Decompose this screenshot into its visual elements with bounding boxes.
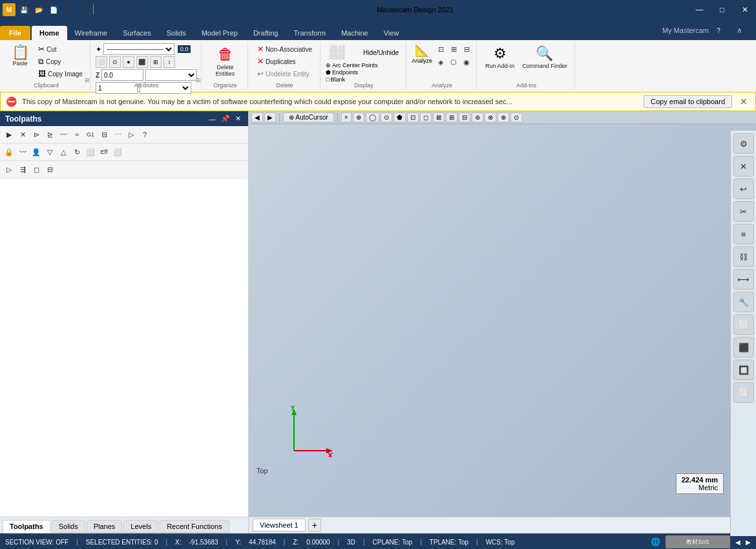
analyze-btn-4[interactable]: ◈ (435, 56, 446, 68)
vp-snap-btn7[interactable]: ◻ (420, 113, 432, 122)
attr-icon-4[interactable]: ⬛ (136, 56, 148, 68)
vp-snap-btn8[interactable]: ⊠ (433, 113, 445, 122)
attr-icon-6[interactable]: ↕ (163, 56, 175, 68)
duplicates-button[interactable]: ✕ Duplicates (254, 56, 315, 67)
vp-snap-btn4[interactable]: ⊙ (381, 113, 392, 122)
undo-more[interactable]: ▼ (127, 3, 140, 16)
num-input[interactable] (96, 82, 138, 94)
autocursor-button[interactable]: ⊕ AutoCursor (283, 113, 334, 122)
blank-label[interactable]: Blank (330, 76, 345, 83)
vp-rs-btn-settings[interactable]: ⚙ (733, 133, 754, 154)
vp-snap-btn5[interactable]: ⬟ (394, 113, 406, 122)
tp-btn-lock[interactable]: 🔒 (3, 145, 16, 158)
new-button[interactable]: 📄 (47, 3, 60, 16)
run-addin-button[interactable]: ⚙ Run Add-In (482, 43, 518, 71)
status-scroll-right[interactable]: ▶ (746, 539, 751, 546)
analyze-btn-1[interactable]: ⊡ (435, 43, 446, 55)
vp-rs-btn-square4[interactable]: ⬜ (733, 382, 754, 403)
tp-btn-deselect[interactable]: ✕ (16, 128, 29, 141)
vp-rs-btn-arrows[interactable]: ⟷ (733, 269, 754, 290)
open-button[interactable]: 📂 (32, 3, 45, 16)
tab-file[interactable]: File (0, 26, 30, 40)
analyze-btn-6[interactable]: ◉ (461, 56, 472, 68)
vp-snap-btn11[interactable]: ⊛ (472, 113, 483, 122)
tp-btn-text[interactable]: Eff (98, 145, 110, 158)
tab-drafting[interactable]: Drafting (246, 26, 286, 40)
save-button[interactable]: 💾 (17, 3, 30, 16)
close-button[interactable]: ✕ (733, 0, 756, 19)
vp-snap-btn9[interactable]: ⊞ (446, 113, 457, 122)
tp-btn-run[interactable]: ▷ (125, 128, 138, 141)
tab-toolpaths[interactable]: Toolpaths (3, 520, 50, 533)
tp-btn-more3[interactable]: ◻ (30, 163, 43, 176)
tab-home[interactable]: Home (32, 26, 67, 40)
vp-back-button[interactable]: ◀ (251, 113, 263, 122)
copy-button[interactable]: ⧉ Copy (35, 56, 86, 67)
analyze-btn-3[interactable]: ⊟ (461, 43, 472, 55)
toolpaths-minimize-button[interactable]: — (207, 114, 218, 124)
my-mastercam-link[interactable]: My Mastercam (662, 27, 709, 34)
vp-rs-btn-close[interactable]: ✕ (733, 156, 754, 177)
depth-select[interactable] (145, 69, 197, 81)
vp-rs-btn-square1[interactable]: ⬜ (733, 314, 754, 335)
attributes-expand[interactable]: ⊞ (196, 77, 201, 83)
vp-rs-btn-scissors[interactable]: ✂ (733, 201, 754, 222)
vp-rs-btn-square2[interactable]: ⬛ (733, 337, 754, 358)
tp-btn-path[interactable]: ⊟ (98, 128, 110, 141)
status-globe-button[interactable]: 🌐 (651, 537, 660, 546)
toolpaths-pin-button[interactable]: 📌 (219, 114, 232, 124)
command-finder-button[interactable]: 🔍 Command Finder (519, 43, 571, 71)
tp-btn-more2[interactable]: ⇶ (16, 163, 29, 176)
vp-rs-btn-tool[interactable]: 🔧 (733, 292, 754, 312)
tab-recent[interactable]: Recent Functions (160, 520, 229, 533)
undelete-button[interactable]: ↩ Undelete Entity (254, 68, 315, 80)
print-button[interactable]: 🖨 (62, 3, 75, 16)
tp-btn-sync[interactable]: ⬜ (84, 145, 97, 158)
vp-snap-btn6[interactable]: ⊡ (407, 113, 419, 122)
vp-snap-btn10[interactable]: ⊟ (459, 113, 470, 122)
z-input[interactable] (101, 69, 143, 81)
copy-image-button[interactable]: 🖼 Copy Image (35, 68, 86, 80)
tab-surfaces[interactable]: Surfaces (115, 26, 158, 40)
analyze-btn-5[interactable]: ⬡ (448, 56, 459, 68)
vp-rs-btn-rotate[interactable]: ↩ (733, 178, 754, 199)
maximize-button[interactable]: □ (711, 0, 733, 19)
analyze-distance-btn[interactable]: 📐 Analyze (412, 43, 432, 64)
vp-snap-btn12[interactable]: ⊗ (485, 113, 496, 122)
vp-snap-btn13[interactable]: ⊕ (498, 113, 509, 122)
vp-forward-button[interactable]: ▶ (264, 113, 276, 122)
tp-btn-select-none[interactable]: ⊳ (30, 128, 43, 141)
attr-icon-3[interactable]: ● (123, 56, 134, 68)
qat-more[interactable]: ▼ (77, 3, 90, 16)
attr-type-select[interactable]: ────────────── (103, 43, 174, 55)
tp-btn-wave[interactable]: 〰 (57, 128, 70, 141)
undo-button[interactable]: ↩ (97, 3, 110, 16)
vp-snap-btn3[interactable]: ◯ (366, 113, 379, 122)
tab-wireframe[interactable]: Wireframe (67, 26, 116, 40)
tp-btn-select-all[interactable]: ▶ (3, 128, 16, 141)
viewsheet-add-button[interactable]: + (308, 519, 321, 532)
tab-view[interactable]: View (376, 26, 407, 40)
tp-btn-person[interactable]: 👤 (30, 145, 43, 158)
arc-center-label[interactable]: Arc Center Points (332, 62, 378, 69)
tab-solids[interactable]: Solids (159, 26, 194, 40)
ribbon-collapse[interactable]: ∧ (728, 21, 751, 40)
tp-btn-box[interactable]: ⬜ (111, 145, 124, 158)
help-button[interactable]: ? (713, 25, 724, 36)
vp-rs-btn-list[interactable]: ≡ (733, 224, 754, 244)
paste-button[interactable]: 📋 Paste (6, 43, 34, 69)
attr-icon-1[interactable]: ⬜ (96, 56, 107, 68)
tp-btn-dots[interactable]: ⋯ (111, 128, 124, 141)
non-associative-button[interactable]: ✕ Non-Associative (254, 43, 315, 55)
attr-icon-5[interactable]: ⊞ (150, 56, 162, 68)
tp-btn-wave2[interactable]: ≈ (70, 128, 83, 141)
viewsheet-1[interactable]: Viewsheet 1 (253, 519, 306, 532)
tp-btn-more4[interactable]: ⊟ (43, 163, 56, 176)
toolpaths-close-button[interactable]: ✕ (233, 114, 243, 124)
tp-btn-regen[interactable]: ↻ (70, 145, 83, 158)
vp-rs-btn-link[interactable]: ⛓ (733, 246, 754, 267)
vp-snap-btn2[interactable]: ⊕ (353, 113, 364, 122)
cut-button[interactable]: ✂ Cut (35, 43, 86, 55)
redo-button[interactable]: ↪ (112, 3, 125, 16)
minimize-button[interactable]: — (688, 0, 711, 19)
